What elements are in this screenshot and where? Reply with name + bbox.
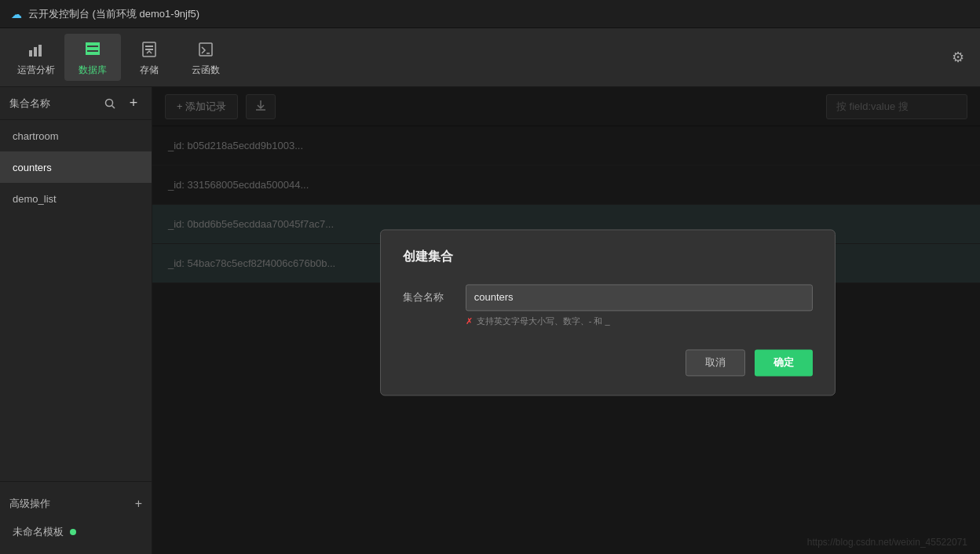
analytics-label: 运营分析	[17, 64, 55, 77]
svg-rect-1	[34, 47, 37, 56]
titlebar: ☁ 云开发控制台 (当前环境 demo1-9njf5)	[0, 0, 980, 28]
modal-footer: 取消 确定	[403, 349, 813, 376]
sidebar-header: 集合名称 +	[0, 87, 152, 120]
svg-rect-9	[145, 46, 153, 47]
template-status-dot	[70, 529, 76, 535]
advanced-ops-label: 高级操作	[9, 497, 50, 511]
add-advanced-button[interactable]: +	[135, 497, 142, 511]
modal-input-wrap: ✗ 支持英文字母大小写、数字、- 和 _	[466, 284, 813, 327]
sidebar-item-demo-list[interactable]: demo_list	[0, 183, 152, 214]
titlebar-title: 云开发控制台 (当前环境 demo1-9njf5)	[28, 7, 199, 21]
toolbar-btn-storage[interactable]: 存储	[121, 34, 177, 81]
database-label: 数据库	[79, 64, 107, 77]
svg-point-13	[106, 99, 113, 106]
svg-rect-10	[145, 49, 153, 50]
toolbar-right: ⚙	[944, 43, 972, 71]
modal-form-row: 集合名称 ✗ 支持英文字母大小写、数字、- 和 _	[403, 284, 813, 327]
svg-rect-0	[29, 50, 32, 56]
settings-button[interactable]: ⚙	[944, 43, 972, 71]
cloudfunc-label: 云函数	[192, 64, 220, 77]
analytics-icon	[25, 38, 47, 60]
toolbar: 运营分析 数据库 存储	[0, 28, 980, 87]
template-item[interactable]: 未命名模板	[0, 518, 152, 546]
sidebar: 集合名称 + chartroom counters demo_list 高级操	[0, 87, 152, 554]
svg-line-14	[112, 105, 115, 108]
content-area: + 添加记录 按 field:value 搜 _id: b05d218a5ecd…	[152, 87, 980, 554]
sidebar-item-demo-list-label: demo_list	[13, 193, 57, 205]
template-label: 未命名模板	[13, 525, 64, 539]
sidebar-item-chartroom[interactable]: chartroom	[0, 120, 152, 151]
cloudfunc-icon	[195, 38, 217, 60]
modal-label: 集合名称	[403, 284, 466, 304]
svg-rect-5	[86, 52, 100, 55]
sidebar-item-counters[interactable]: counters	[0, 151, 152, 183]
confirm-label: 确定	[773, 356, 794, 368]
svg-rect-7	[98, 42, 100, 55]
add-collection-button[interactable]: +	[125, 95, 142, 112]
search-icon[interactable]	[101, 95, 119, 112]
svg-rect-4	[86, 47, 100, 50]
create-collection-modal: 创建集合 集合名称 ✗ 支持英文字母大小写、数字、- 和 _ 取消 确定	[380, 229, 836, 395]
toolbar-btn-analytics[interactable]: 运营分析	[8, 34, 64, 81]
storage-icon	[138, 38, 160, 60]
sidebar-list: chartroom counters demo_list	[0, 120, 152, 481]
collection-name-input[interactable]	[466, 284, 813, 311]
hint-text: 支持英文字母大小写、数字、- 和 _	[477, 316, 610, 326]
cloud-icon: ☁	[9, 7, 24, 21]
svg-rect-3	[86, 42, 100, 46]
svg-rect-6	[86, 42, 87, 55]
sidebar-item-chartroom-label: chartroom	[13, 130, 59, 142]
sidebar-item-counters-label: counters	[13, 162, 52, 173]
cancel-label: 取消	[705, 356, 726, 368]
sidebar-footer-header: 高级操作 +	[0, 490, 152, 518]
confirm-button[interactable]: 确定	[755, 349, 813, 376]
svg-rect-2	[38, 45, 42, 56]
sidebar-header-title: 集合名称	[9, 97, 95, 111]
cancel-button[interactable]: 取消	[686, 349, 745, 376]
modal-hint: ✗ 支持英文字母大小写、数字、- 和 _	[466, 315, 813, 327]
main-layout: 集合名称 + chartroom counters demo_list 高级操	[0, 87, 980, 554]
svg-rect-11	[199, 43, 212, 56]
storage-label: 存储	[140, 64, 159, 77]
toolbar-btn-database[interactable]: 数据库	[64, 34, 121, 81]
modal-title: 创建集合	[403, 249, 813, 265]
database-icon	[82, 38, 104, 60]
sidebar-footer: 高级操作 + 未命名模板	[0, 481, 152, 554]
hint-x-mark: ✗	[466, 316, 473, 326]
toolbar-btn-cloudfunc[interactable]: 云函数	[177, 34, 234, 81]
